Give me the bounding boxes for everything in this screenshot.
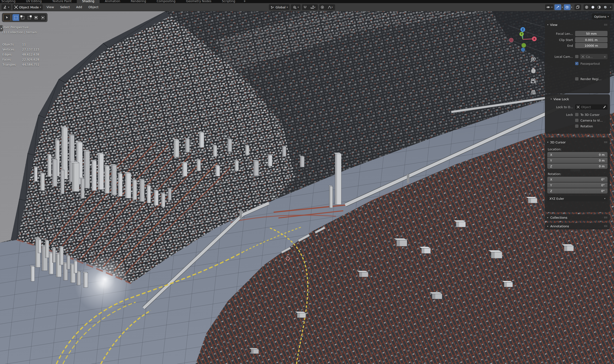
panel-collections[interactable]: ▸ Collections [545,214,610,221]
object-placeholder: Object [581,105,591,109]
axis-neg-y-ball[interactable] [522,43,526,48]
falloff-curve-icon [328,5,331,9]
clear-icon[interactable]: × [604,55,606,59]
focal-length-field[interactable]: 50 mm [575,31,608,36]
shading-wireframe-button[interactable] [584,4,590,10]
local-camera-field[interactable]: Ca... × [580,54,608,59]
tab-rendering[interactable]: Rendering [125,0,151,3]
snap-settings-dropdown[interactable]: ▾ [308,4,318,10]
menu-view[interactable]: View [44,4,56,10]
cursor-location-label: Location: [548,147,608,151]
proportional-editing-button[interactable] [319,4,326,10]
camera-to-view-checkbox[interactable] [575,119,578,122]
menu-add[interactable]: Add [74,4,84,10]
panel-view-lock-title: View Lock [554,97,569,101]
cursor-loc-y-field[interactable]: Y0 m [547,158,608,163]
tool-settings-bar [2,13,48,22]
axis-neg-z-ball[interactable] [521,48,525,52]
axis-neg-x-ball[interactable] [509,38,513,42]
3d-viewport[interactable]: Y Z X [0,11,614,364]
menu-select[interactable]: Select [58,4,72,10]
shading-dropdown[interactable]: ▾ [609,6,613,8]
cursor-rot-x-field[interactable]: X0° [547,177,608,182]
proportional-falloff-dropdown[interactable]: ▾ [326,4,335,10]
menu-object[interactable]: Object [86,4,101,10]
tab-geometry-nodes[interactable]: Geometry Nodes [181,0,217,3]
gizmos-toggle-button[interactable] [555,4,561,10]
eyedropper-icon[interactable] [603,105,606,109]
panel-3d-cursor-header[interactable]: ▾ 3D Cursor [547,139,608,145]
render-region-label: Render Regi... [580,77,601,81]
mode-selector[interactable]: Object Mode ▾ [13,4,43,10]
axis-x-label: X [533,38,535,40]
tab-uv-editing[interactable]: UV Editing [21,0,47,3]
panel-view-header[interactable]: ▾ View [547,22,608,27]
overlays-icon [565,5,569,9]
cursor-rotation-fields: X0° Y0° Z0° [547,177,608,194]
tab-scripting[interactable]: Scripting [217,0,241,3]
overlays-toggle-button[interactable] [564,4,571,10]
drag-handle-icon[interactable] [604,24,608,26]
lock-rotation-checkbox[interactable] [575,124,578,128]
lock-to-object-field[interactable]: Object [575,104,608,110]
local-camera-checkbox[interactable] [575,55,578,58]
panel-annotations[interactable]: ▸ Annotations [545,223,610,230]
chevron-right-icon: ▸ [547,225,548,227]
gizmos-dropdown[interactable]: ▾ [562,6,563,8]
cursor-loc-z-field[interactable]: Z0 m [547,164,608,169]
select-mode-new[interactable] [13,14,19,21]
chevron-down-icon: ▾ [8,6,9,8]
drag-handle-icon[interactable] [604,141,608,143]
shading-solid-button[interactable] [590,4,596,10]
rotation-mode-dropdown[interactable]: XYZ Euler ▾ [547,196,608,201]
lock-3d-cursor-checkbox[interactable] [575,113,578,116]
pivot-point-icon [293,5,296,9]
panel-view-title: View [550,23,558,27]
transform-orientation-dropdown[interactable]: Global ▾ [269,4,289,10]
view-info-overlay: User Perspective (1) Collection | terrai… [2,25,37,35]
chevron-down-icon: ▾ [314,6,315,8]
cursor-location-fields: X0 m Y0 m Z0 m [547,152,608,169]
drag-handle-icon[interactable] [604,225,608,227]
cursor-rot-z-field[interactable]: Z0° [547,188,608,194]
view-perspective-label: User Perspective [2,25,37,30]
panel-view-lock-header[interactable]: ▾ View Lock [547,96,608,102]
select-mode-extend[interactable] [19,14,26,21]
overlays-dropdown[interactable]: ▾ [571,6,572,8]
tab-texture-paint[interactable]: Texture Paint [47,0,77,3]
xray-toggle-button[interactable] [574,4,581,10]
clip-start-field[interactable]: 0.001 m [575,37,608,42]
add-workspace-button[interactable]: + [241,0,249,3]
panel-3d-cursor: ▾ 3D Cursor Location: X0 m Y0 m Z0 m Rot… [545,137,610,212]
tab-compositing[interactable]: Compositing [151,0,181,3]
active-tool-button[interactable] [3,14,11,21]
shading-rendered-button[interactable] [602,4,609,10]
panel-annotations-title: Annotations [550,224,569,228]
mode-selector-label: Object Mode [19,5,39,9]
cursor-loc-x-field[interactable]: X0 m [547,152,608,157]
lock-label: Lock [547,113,575,117]
passepartout-checkbox[interactable]: ✓ [575,62,578,65]
select-mode-intersect[interactable] [39,14,46,21]
editor-type-button[interactable]: ▾ [1,4,11,10]
chevron-down-icon: ▾ [287,6,288,8]
cursor-icon [5,16,9,19]
cursor-rot-y-field[interactable]: Y0° [547,182,608,188]
lock-3d-cursor-label: To 3D Cursor [580,113,600,117]
render-region-checkbox[interactable] [575,77,578,80]
lock-to-object-label: Lock to O... [547,105,575,109]
chevron-down-icon: ▾ [40,6,41,8]
clip-end-field[interactable]: 10000 m [575,43,608,48]
select-mode-invert[interactable] [33,14,39,21]
options-button[interactable]: Options ▾ [592,13,611,20]
object-mode-icon [14,5,18,9]
select-mode-subtract[interactable] [26,14,33,21]
show-hide-dropdown[interactable]: ▾ [545,4,554,10]
drag-handle-icon[interactable] [604,217,608,219]
tab-sculpting[interactable]: Sculpting [0,0,21,3]
shading-material-button[interactable] [596,4,602,10]
pivot-point-dropdown[interactable]: ▾ [291,4,300,10]
snap-toggle-button[interactable] [302,4,308,10]
tab-animation[interactable]: Animation [100,0,125,3]
tab-shading[interactable]: Shading [77,0,100,3]
